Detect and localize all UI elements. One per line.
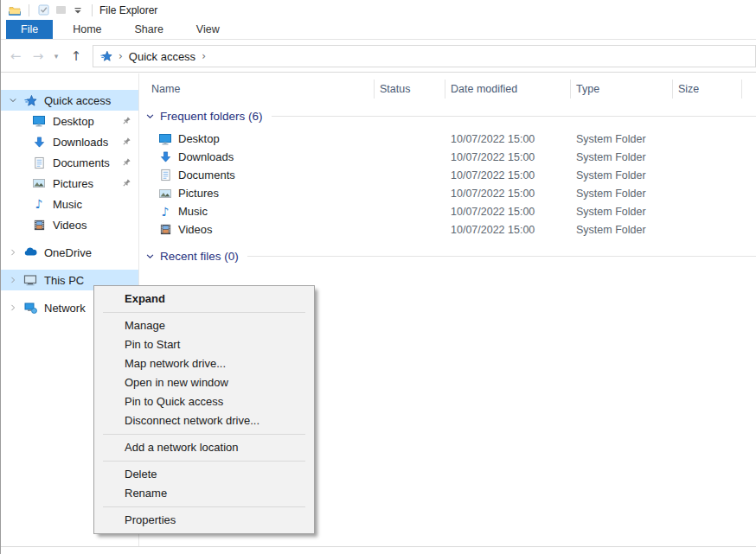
file-type: System Folder <box>571 133 673 145</box>
chevron-right-icon[interactable] <box>7 248 19 257</box>
sidebar-item-label: Music <box>53 198 82 211</box>
file-date-modified: 10/07/2022 15:00 <box>445 133 571 145</box>
chevron-down-icon[interactable] <box>7 96 19 105</box>
file-type: System Folder <box>571 151 673 163</box>
column-header-size[interactable]: Size <box>673 80 742 99</box>
chevron-down-icon <box>145 111 155 121</box>
file-date-modified: 10/07/2022 15:00 <box>445 169 571 181</box>
menu-item-pin-to-quick-access[interactable]: Pin to Quick access <box>94 392 314 411</box>
menu-item-delete[interactable]: Delete <box>94 465 314 484</box>
sidebar-item-label: This PC <box>44 274 84 287</box>
menu-item-open-in-new-window[interactable]: Open in new window <box>94 373 314 392</box>
column-headers: Name Status Date modified Type Size <box>139 80 756 99</box>
sidebar-item-label: Quick access <box>44 94 111 107</box>
recent-locations-chevron-icon[interactable]: ▾ <box>49 52 63 60</box>
quick-access-star-icon <box>100 50 112 62</box>
file-row-pictures[interactable]: Pictures 10/07/2022 15:00 System Folder <box>139 184 756 202</box>
file-row-downloads[interactable]: Downloads 10/07/2022 15:00 System Folder <box>139 148 756 166</box>
tab-home[interactable]: Home <box>60 20 114 39</box>
tab-file[interactable]: File <box>6 20 53 39</box>
customize-quick-access-toolbar-icon[interactable] <box>69 2 86 19</box>
menu-item-add-a-network-location[interactable]: Add a network location <box>94 438 314 457</box>
group-header-frequent-folders[interactable]: Frequent folders (6) <box>139 107 756 124</box>
chevron-right-icon[interactable] <box>7 303 19 312</box>
address-bar: ← → ▾ ↑ › Quick access › <box>1 41 756 73</box>
file-name: Downloads <box>178 150 234 163</box>
file-row-desktop[interactable]: Desktop 10/07/2022 15:00 System Folder <box>139 130 756 148</box>
group-header-label: Frequent folders (6) <box>160 110 263 123</box>
group-header-rule <box>247 256 756 257</box>
file-row-music[interactable]: ♪ Music 10/07/2022 15:00 System Folder <box>139 202 756 220</box>
videos-icon <box>158 223 172 237</box>
column-header-name[interactable]: Name <box>139 80 375 99</box>
file-name: Videos <box>178 223 213 236</box>
qat-separator <box>29 4 29 16</box>
this-pc-monitor-icon <box>23 273 37 287</box>
new-folder-icon[interactable] <box>52 2 69 19</box>
sidebar-item-label: Desktop <box>53 115 94 128</box>
sidebar-item-pictures[interactable]: Pictures <box>1 173 138 194</box>
menu-item-pin-to-start[interactable]: Pin to Start <box>94 335 314 354</box>
documents-icon <box>32 156 46 169</box>
properties-icon[interactable] <box>35 2 52 19</box>
pictures-icon <box>158 187 172 201</box>
sidebar-item-onedrive[interactable]: OneDrive <box>1 242 138 263</box>
ribbon-tab-bar: File Home Share View <box>1 20 756 40</box>
sidebar-item-label: Pictures <box>53 177 93 190</box>
sidebar-item-downloads[interactable]: Downloads <box>1 131 138 152</box>
up-icon[interactable]: ↑ <box>65 48 87 64</box>
desktop-icon <box>32 114 46 128</box>
group-header-recent-files[interactable]: Recent files (0) <box>139 247 756 264</box>
sidebar-item-quick-access[interactable]: Quick access <box>1 90 138 111</box>
column-header-type[interactable]: Type <box>571 80 673 99</box>
column-header-status[interactable]: Status <box>375 80 445 99</box>
file-type: System Folder <box>571 169 673 181</box>
breadcrumb[interactable]: › Quick access › <box>93 45 756 67</box>
menu-item-rename[interactable]: Rename <box>94 484 314 503</box>
sidebar-item-label: Videos <box>53 219 87 232</box>
file-explorer-icon[interactable] <box>6 2 23 19</box>
tab-share[interactable]: Share <box>122 20 176 39</box>
menu-item-map-network-drive[interactable]: Map network drive... <box>94 354 314 373</box>
menu-separator <box>103 434 305 435</box>
quick-access-star-icon <box>23 93 37 107</box>
menu-separator <box>103 312 305 313</box>
breadcrumb-chevron-icon: › <box>119 50 123 62</box>
tab-view[interactable]: View <box>183 20 233 39</box>
menu-separator <box>103 506 305 507</box>
pin-icon <box>121 178 131 188</box>
file-date-modified: 10/07/2022 15:00 <box>445 224 571 236</box>
breadcrumb-chevron-icon[interactable]: › <box>202 50 206 62</box>
column-header-date-modified[interactable]: Date modified <box>445 80 571 99</box>
group-header-rule <box>272 116 756 117</box>
menu-item-disconnect-network-drive[interactable]: Disconnect network drive... <box>94 411 314 430</box>
music-note-icon: ♪ <box>32 197 46 211</box>
onedrive-cloud-icon <box>23 245 37 259</box>
music-note-icon: ♪ <box>158 205 172 219</box>
breadcrumb-location[interactable]: Quick access <box>129 50 195 63</box>
documents-icon <box>158 169 172 182</box>
qat-separator <box>92 4 93 16</box>
menu-item-properties[interactable]: Properties <box>94 511 314 530</box>
menu-item-manage[interactable]: Manage <box>94 316 314 335</box>
sidebar-item-label: Downloads <box>53 136 108 149</box>
sidebar-item-desktop[interactable]: Desktop <box>1 111 138 131</box>
file-name: Documents <box>178 169 235 181</box>
downloads-icon <box>158 150 172 164</box>
forward-icon[interactable]: → <box>27 48 49 64</box>
file-row-videos[interactable]: Videos 10/07/2022 15:00 System Folder <box>139 220 756 239</box>
file-date-modified: 10/07/2022 15:00 <box>445 206 571 218</box>
downloads-icon <box>32 135 46 149</box>
sidebar-item-documents[interactable]: Documents <box>1 152 138 173</box>
pin-icon <box>121 137 131 147</box>
chevron-right-icon[interactable] <box>7 276 19 284</box>
file-type: System Folder <box>571 206 673 218</box>
sidebar-item-music[interactable]: ♪ Music <box>1 194 138 214</box>
file-date-modified: 10/07/2022 15:00 <box>445 151 571 163</box>
file-row-documents[interactable]: Documents 10/07/2022 15:00 System Folder <box>139 166 756 184</box>
frequent-folders-list: Desktop 10/07/2022 15:00 System Folder <box>139 130 756 239</box>
back-icon[interactable]: ← <box>4 48 27 64</box>
pin-icon <box>121 157 131 168</box>
menu-item-expand[interactable]: Expand <box>94 290 314 309</box>
sidebar-item-videos[interactable]: Videos <box>1 214 138 235</box>
